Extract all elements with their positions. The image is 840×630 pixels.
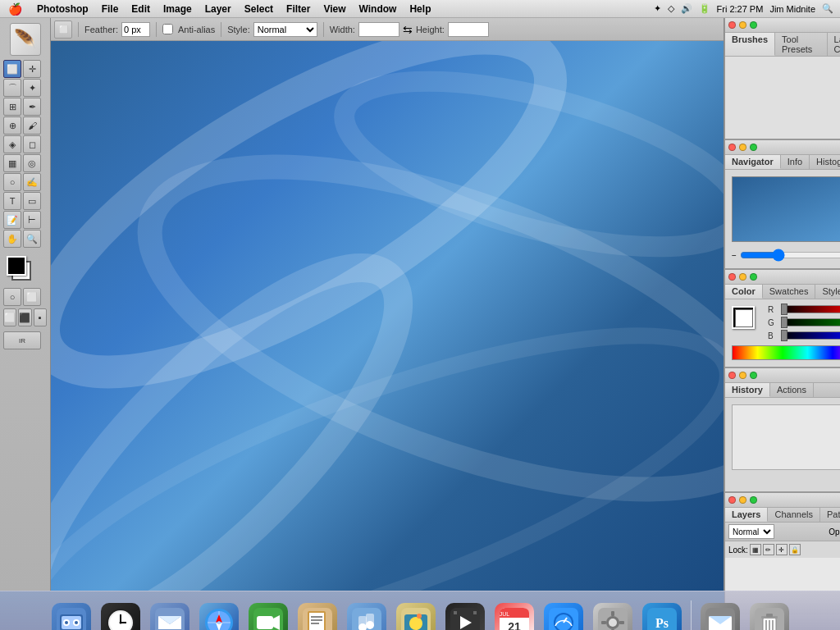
color-swatch-container[interactable] <box>728 303 760 334</box>
minimize-btn-color[interactable] <box>739 273 746 281</box>
dock-clock[interactable] <box>98 598 143 631</box>
nav-preview[interactable] <box>732 176 841 242</box>
brush-tool[interactable]: 🖌 <box>23 116 41 135</box>
volume-icon[interactable]: 🔊 <box>681 3 692 14</box>
tab-paths[interactable]: Paths <box>820 508 840 522</box>
tab-channels[interactable]: Channels <box>768 508 819 522</box>
clone-tool[interactable]: ◈ <box>3 135 21 153</box>
close-btn-color[interactable] <box>728 273 736 281</box>
fullscreen[interactable]: ▪ <box>34 308 47 326</box>
menu-layer[interactable]: Layer <box>199 0 238 18</box>
crop-tool[interactable]: ⊞ <box>3 98 21 116</box>
tab-brushes[interactable]: Brushes <box>725 33 775 56</box>
marquee-tool[interactable]: ⬜ <box>3 60 21 78</box>
tab-styles[interactable]: Styles <box>815 285 840 299</box>
g-slider-handle[interactable] <box>781 317 788 328</box>
close-btn-history[interactable] <box>728 372 736 379</box>
menu-edit[interactable]: Edit <box>125 0 157 18</box>
lock-transparent-icon[interactable]: ▦ <box>750 544 761 555</box>
standard-screen[interactable]: ⬜ <box>3 308 16 326</box>
dock-ical[interactable]: 21JUL <box>492 598 536 631</box>
minimize-btn-navigator[interactable] <box>739 144 746 151</box>
zoom-tool[interactable]: 🔍 <box>23 230 41 248</box>
move-tool[interactable]: ✛ <box>23 60 41 78</box>
zoom-btn-brushes[interactable] <box>750 21 757 29</box>
tab-tool-presets[interactable]: Tool Presets <box>775 33 828 56</box>
tab-info[interactable]: Info <box>781 155 810 169</box>
r-slider-handle[interactable] <box>781 304 788 315</box>
menu-view[interactable]: View <box>317 0 352 18</box>
quick-mask-on[interactable]: ⬜ <box>23 288 41 306</box>
battery-icon[interactable]: 🔋 <box>699 3 710 14</box>
dock-finalcut[interactable] <box>443 598 487 631</box>
menu-window[interactable]: Window <box>353 0 404 18</box>
zoom-btn-history[interactable] <box>750 372 757 379</box>
magic-wand-tool[interactable]: ✦ <box>23 79 41 97</box>
dock-finder[interactable] <box>49 598 94 631</box>
tab-swatches[interactable]: Swatches <box>763 285 816 299</box>
tab-actions[interactable]: Actions <box>770 383 814 397</box>
minimize-btn-layers[interactable] <box>739 496 746 504</box>
dock-trash[interactable] <box>747 598 792 631</box>
imageready-button[interactable]: IR <box>3 331 41 349</box>
dock-facetime[interactable] <box>246 598 290 631</box>
pen-tool[interactable]: ✍ <box>23 173 41 191</box>
menu-filter[interactable]: Filter <box>280 0 317 18</box>
canvas[interactable] <box>51 41 724 591</box>
eraser-tool[interactable]: ◻ <box>23 135 41 153</box>
lock-position-icon[interactable]: ✛ <box>776 544 788 555</box>
hand-tool[interactable]: ✋ <box>3 230 21 248</box>
tab-history[interactable]: History <box>725 383 770 397</box>
dock-system-pref[interactable] <box>591 598 635 631</box>
apple-menu[interactable]: 🍎 <box>0 2 30 16</box>
menu-image[interactable]: Image <box>157 0 199 18</box>
dock-mail[interactable] <box>698 598 742 631</box>
notes-tool[interactable]: 📝 <box>3 211 21 229</box>
dock-photoshop[interactable]: Ps <box>640 598 684 631</box>
menu-select[interactable]: Select <box>238 0 280 18</box>
gradient-tool[interactable]: ▦ <box>3 154 21 172</box>
foreground-color[interactable] <box>7 256 26 276</box>
tool-preset-picker[interactable]: ⬜ <box>54 21 72 39</box>
dock-mail-bird[interactable] <box>148 598 192 631</box>
blend-mode-select[interactable]: Normal Multiply Screen <box>728 524 774 539</box>
lock-image-icon[interactable]: ✏ <box>763 544 774 555</box>
user-name[interactable]: Jim Midnite <box>769 4 815 14</box>
color-swatches[interactable] <box>7 256 44 285</box>
b-slider-handle[interactable] <box>781 330 788 341</box>
zoom-btn-color[interactable] <box>750 273 757 281</box>
minimize-btn-history[interactable] <box>739 372 746 379</box>
style-select[interactable]: Normal Fixed Ratio Fixed Size <box>253 22 317 37</box>
blur-tool[interactable]: ◎ <box>23 154 41 172</box>
menu-file[interactable]: File <box>95 0 126 18</box>
feather-input[interactable] <box>121 22 150 37</box>
dock-safari[interactable] <box>197 598 241 631</box>
tab-navigator[interactable]: Navigator <box>725 155 781 169</box>
minimize-btn-brushes[interactable] <box>739 21 746 29</box>
close-btn-layers[interactable] <box>728 496 736 504</box>
spotlight-icon[interactable]: 🔍 <box>822 3 833 14</box>
dock-iphoto[interactable] <box>394 598 438 631</box>
close-btn-brushes[interactable] <box>728 21 736 29</box>
eyedropper-tool[interactable]: ✒ <box>23 98 41 116</box>
zoom-btn-layers[interactable] <box>750 496 757 504</box>
lasso-tool[interactable]: ⌒ <box>3 79 21 97</box>
tab-layers[interactable]: Layers <box>725 508 768 522</box>
swap-dimensions-icon[interactable]: ⇆ <box>403 23 413 36</box>
width-input[interactable] <box>358 22 399 37</box>
nav-zoom-slider[interactable] <box>740 249 840 262</box>
wifi-icon[interactable]: ◇ <box>668 3 674 14</box>
height-input[interactable] <box>448 22 489 37</box>
measure-tool[interactable]: ⊢ <box>23 211 41 229</box>
app-menu-photoshop[interactable]: Photoshop <box>30 0 95 18</box>
dock-ispeed[interactable] <box>541 598 586 631</box>
lock-all-icon[interactable]: 🔒 <box>789 544 801 555</box>
quick-mask-off[interactable]: ○ <box>3 288 21 306</box>
fullscreen-menu[interactable]: ⬛ <box>18 308 31 326</box>
menu-help[interactable]: Help <box>403 0 437 18</box>
bluetooth-icon[interactable]: ✦ <box>654 3 661 14</box>
tab-histogram[interactable]: Histogram <box>810 155 840 169</box>
anti-alias-checkbox[interactable] <box>162 24 173 34</box>
color-spectrum[interactable] <box>732 345 840 360</box>
dock-itunes[interactable] <box>345 598 389 631</box>
